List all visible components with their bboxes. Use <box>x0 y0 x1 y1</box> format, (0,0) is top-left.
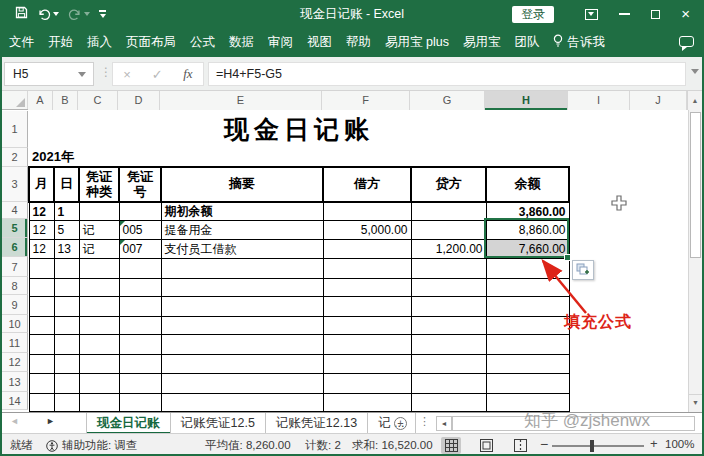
comment-icon[interactable] <box>679 36 694 47</box>
sheet-nav-left-icon[interactable]: ◄ <box>10 416 19 426</box>
col-header-d[interactable]: D <box>118 91 160 110</box>
col-header-c[interactable]: C <box>78 91 118 110</box>
ribbon-tab-formulas[interactable]: 公式 <box>183 28 222 57</box>
sheet-tab-more-icon[interactable]: ⋮ <box>419 415 430 428</box>
cell-voucher-no[interactable] <box>119 202 161 221</box>
worksheet-title[interactable]: 现金日记账 <box>29 111 569 148</box>
header-credit[interactable]: 贷方 <box>411 167 486 202</box>
insert-function-icon[interactable]: fx <box>183 66 192 82</box>
vertical-scroll-up-button[interactable]: ▲ <box>687 91 702 110</box>
row-header-10[interactable]: 10 <box>2 315 28 333</box>
vertical-scrollbar-thumb[interactable] <box>690 112 701 258</box>
ribbon-tab-yiyongbao[interactable]: 易用宝 <box>456 28 508 57</box>
row-header-12[interactable]: 12 <box>2 353 28 372</box>
cell-voucher-no[interactable]: 005 <box>119 221 161 240</box>
undo-button[interactable] <box>37 8 59 21</box>
sheet-tab-truncated[interactable]: 记 ... <box>368 413 415 434</box>
zoom-out-button[interactable]: − <box>540 436 548 452</box>
col-header-i[interactable]: I <box>568 91 630 110</box>
cell-summary[interactable]: 期初余额 <box>161 202 323 221</box>
row-header-11[interactable]: 11 <box>2 333 28 353</box>
select-all-corner[interactable] <box>2 91 28 109</box>
header-voucher-type[interactable]: 凭证种类 <box>79 167 119 202</box>
cell-day[interactable]: 1 <box>54 202 79 221</box>
horizontal-scroll-left-button[interactable]: ◄ <box>436 416 452 431</box>
header-month[interactable]: 月 <box>29 167 54 202</box>
zoom-slider-track[interactable] <box>552 445 644 447</box>
page-break-view-button[interactable] <box>510 437 530 454</box>
col-header-h-selected[interactable]: H <box>485 91 568 110</box>
close-button[interactable]: × <box>681 0 690 28</box>
row-header-2[interactable]: 2 <box>2 148 28 167</box>
fill-handle[interactable] <box>564 254 571 261</box>
vertical-scrollbar[interactable]: ▼ <box>688 110 702 412</box>
name-box[interactable]: H5 <box>4 62 94 86</box>
col-header-e[interactable]: E <box>160 91 322 110</box>
cell-balance-h6-selected[interactable]: 7,660.00 <box>486 240 569 259</box>
ribbon-tab-file[interactable]: 文件 <box>2 28 41 57</box>
header-summary[interactable]: 摘要 <box>161 167 323 202</box>
col-header-a[interactable]: A <box>28 91 53 110</box>
ribbon-tab-yiyongbao-plus[interactable]: 易用宝 plus <box>378 28 456 57</box>
cell-voucher-no[interactable]: 007 <box>119 240 161 259</box>
row-header-5-selected[interactable]: 5 <box>2 219 28 238</box>
cell-balance-h5-active[interactable]: 8,860.00 <box>486 221 569 240</box>
ribbon-tab-help[interactable]: 帮助 <box>339 28 378 57</box>
ribbon-tab-review[interactable]: 审阅 <box>261 28 300 57</box>
cell-month[interactable]: 12 <box>29 240 54 259</box>
zoom-slider-thumb[interactable] <box>590 440 594 452</box>
cell-month[interactable]: 12 <box>29 221 54 240</box>
ribbon-tab-data[interactable]: 数据 <box>222 28 261 57</box>
zoom-level[interactable]: 100% <box>665 438 694 450</box>
autofill-options-button[interactable] <box>572 260 594 280</box>
header-balance[interactable]: 余额 <box>486 167 569 202</box>
undo-dropdown-caret[interactable] <box>53 12 59 16</box>
maximize-button[interactable] <box>651 10 660 19</box>
ribbon-tab-team[interactable]: 团队 <box>507 28 546 57</box>
cell-debit[interactable]: 5,000.00 <box>323 221 411 240</box>
row-header-7[interactable]: 7 <box>2 257 28 277</box>
cell-credit[interactable] <box>411 202 486 221</box>
normal-view-button[interactable] <box>441 437 461 454</box>
minimize-button[interactable] <box>619 13 630 15</box>
row-header-14[interactable]: 14 <box>2 392 28 410</box>
ribbon-tab-page-layout[interactable]: 页面布局 <box>119 28 183 57</box>
cell-month[interactable]: 12 <box>29 202 54 221</box>
cell-credit[interactable]: 1,200.00 <box>411 240 486 259</box>
sheet-tab-voucher-12-13[interactable]: 记账凭证12.13 <box>266 413 368 434</box>
row-header-6-selected[interactable]: 6 <box>2 238 28 257</box>
formula-bar-expand-icon[interactable] <box>691 69 699 74</box>
header-day[interactable]: 日 <box>54 167 79 202</box>
customize-qat-button[interactable] <box>99 10 106 18</box>
cell-voucher-type[interactable]: 记 <box>79 240 119 259</box>
tell-me-box[interactable]: 告诉我 <box>546 34 612 51</box>
cell-debit[interactable] <box>323 240 411 259</box>
col-header-j[interactable]: J <box>630 91 687 110</box>
ribbon-display-options-icon[interactable] <box>585 9 598 20</box>
header-debit[interactable]: 借方 <box>323 167 411 202</box>
name-box-dropdown-icon[interactable] <box>78 72 86 77</box>
cell-voucher-type[interactable]: 记 <box>79 221 119 240</box>
sheet-nav-right-icon[interactable]: ► <box>46 416 55 426</box>
row-header-1[interactable]: 1 <box>2 111 28 148</box>
ribbon-tab-home[interactable]: 开始 <box>41 28 80 57</box>
year-label[interactable]: 2021年 <box>29 148 569 167</box>
page-layout-view-button[interactable] <box>476 437 496 454</box>
formula-input[interactable]: =H4+F5-G5 <box>208 62 686 86</box>
row-header-8[interactable]: 8 <box>2 277 28 295</box>
new-sheet-button[interactable]: + <box>394 417 407 430</box>
cell-day[interactable]: 5 <box>54 221 79 240</box>
login-button[interactable]: 登录 <box>512 6 554 23</box>
col-header-g[interactable]: G <box>410 91 485 110</box>
vertical-scroll-down-button[interactable]: ▼ <box>689 394 702 410</box>
col-header-b[interactable]: B <box>53 91 78 110</box>
cell-day[interactable]: 13 <box>54 240 79 259</box>
row-header-3[interactable]: 3 <box>2 167 28 202</box>
save-icon[interactable] <box>15 5 28 23</box>
row-header-13[interactable]: 13 <box>2 372 28 392</box>
enter-icon[interactable]: ✓ <box>152 67 163 82</box>
col-header-f[interactable]: F <box>322 91 410 110</box>
cell-credit[interactable] <box>411 221 486 240</box>
cancel-icon[interactable]: × <box>123 67 131 82</box>
redo-button[interactable] <box>68 8 90 21</box>
